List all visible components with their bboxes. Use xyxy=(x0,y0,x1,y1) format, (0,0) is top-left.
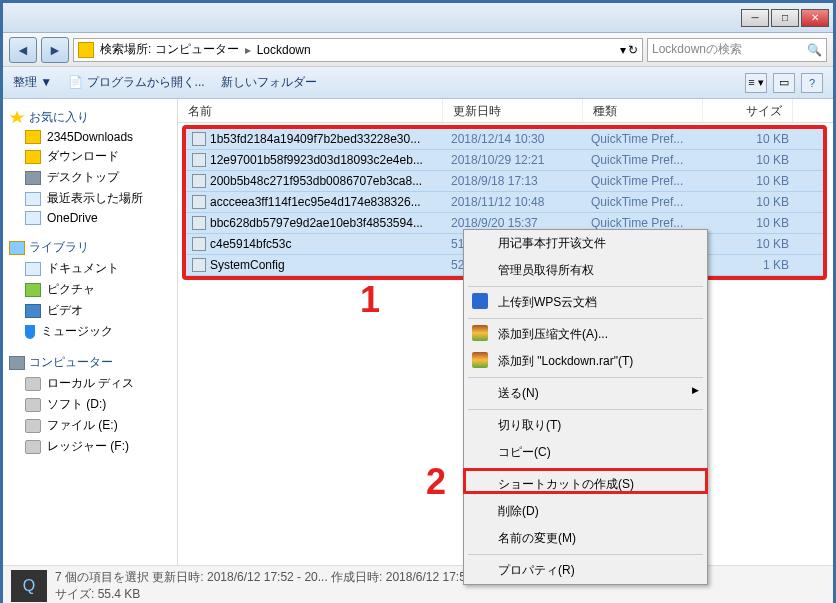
file-row[interactable]: 200b5b48c271f953db0086707eb3ca8...2018/9… xyxy=(186,171,823,192)
annotation-1: 1 xyxy=(360,279,380,321)
ctx-rename[interactable]: 名前の変更(M) xyxy=(464,525,707,552)
file-list-pane: 名前 更新日時 種類 サイズ 1b53fd2184a19409f7b2bed33… xyxy=(178,99,833,565)
wps-icon xyxy=(472,293,488,309)
rar-icon xyxy=(472,352,488,368)
preview-thumbnail: Q xyxy=(11,570,47,602)
col-name[interactable]: 名前 xyxy=(178,99,443,122)
status-line2: サイズ: 55.4 KB xyxy=(55,586,577,603)
ctx-add-lockdown-rar[interactable]: 添加到 "Lockdown.rar"(T) xyxy=(464,348,707,375)
search-input[interactable]: Lockdownの検索 🔍 xyxy=(647,38,827,62)
file-icon xyxy=(192,195,206,209)
col-type[interactable]: 種類 xyxy=(583,99,703,122)
file-icon xyxy=(192,132,206,146)
sidebar-item-downloads[interactable]: ダウンロード xyxy=(7,146,173,167)
file-row[interactable]: 12e97001b58f9923d03d18093c2e4eb...2018/1… xyxy=(186,150,823,171)
open-with-button[interactable]: 📄 プログラムから開く... xyxy=(68,74,204,91)
ctx-copy[interactable]: コピー(C) xyxy=(464,439,707,466)
breadcrumb-root[interactable]: 検索場所: コンピューター xyxy=(98,41,241,58)
sidebar-libraries-header[interactable]: ライブラリ xyxy=(7,237,173,258)
chevron-right-icon: ▸ xyxy=(245,43,251,57)
sidebar-item-music[interactable]: ミュージック xyxy=(7,321,173,342)
sidebar-item-videos[interactable]: ビデオ xyxy=(7,300,173,321)
refresh-icon[interactable]: ↻ xyxy=(628,43,638,57)
search-placeholder: Lockdownの検索 xyxy=(652,41,742,58)
forward-button[interactable]: ► xyxy=(41,37,69,63)
maximize-button[interactable]: □ xyxy=(771,9,799,27)
ctx-create-shortcut[interactable]: ショートカットの作成(S) xyxy=(464,471,707,498)
folder-icon xyxy=(78,42,94,58)
ctx-cut[interactable]: 切り取り(T) xyxy=(464,412,707,439)
ctx-properties[interactable]: プロパティ(R) xyxy=(464,557,707,584)
column-headers: 名前 更新日時 種類 サイズ xyxy=(178,99,833,123)
minimize-button[interactable]: ─ xyxy=(741,9,769,27)
sidebar-computer-header[interactable]: コンピューター xyxy=(7,352,173,373)
file-icon xyxy=(192,174,206,188)
context-menu: 用记事本打开该文件 管理员取得所有权 上传到WPS云文档 添加到压缩文件(A).… xyxy=(463,229,708,585)
back-button[interactable]: ◄ xyxy=(9,37,37,63)
sidebar-item-onedrive[interactable]: OneDrive xyxy=(7,209,173,227)
file-icon xyxy=(192,237,206,251)
sidebar-item-recent[interactable]: 最近表示した場所 xyxy=(7,188,173,209)
ctx-add-archive[interactable]: 添加到压缩文件(A)... xyxy=(464,321,707,348)
sidebar-item-drive-e[interactable]: ファイル (E:) xyxy=(7,415,173,436)
close-button[interactable]: ✕ xyxy=(801,9,829,27)
sidebar-item-pictures[interactable]: ピクチャ xyxy=(7,279,173,300)
sidebar-item-documents[interactable]: ドキュメント xyxy=(7,258,173,279)
dropdown-icon[interactable]: ▾ xyxy=(620,43,626,57)
search-icon: 🔍 xyxy=(807,43,822,57)
sidebar-item-drive-d[interactable]: ソフト (D:) xyxy=(7,394,173,415)
file-icon xyxy=(192,216,206,230)
breadcrumb-folder[interactable]: Lockdown xyxy=(255,43,313,57)
ctx-send-to[interactable]: 送る(N) xyxy=(464,380,707,407)
new-folder-button[interactable]: 新しいフォルダー xyxy=(221,74,317,91)
sidebar-item-drive-f[interactable]: レッジャー (F:) xyxy=(7,436,173,457)
annotation-2: 2 xyxy=(426,461,446,503)
ctx-upload-wps[interactable]: 上传到WPS云文档 xyxy=(464,289,707,316)
col-date[interactable]: 更新日時 xyxy=(443,99,583,122)
sidebar: お気に入り 2345Downloads ダウンロード デスクトップ 最近表示した… xyxy=(3,99,178,565)
explorer-window: ─ □ ✕ ◄ ► 検索場所: コンピューター ▸ Lockdown ▾ ↻ L… xyxy=(0,0,836,603)
sidebar-item-desktop[interactable]: デスクトップ xyxy=(7,167,173,188)
organize-menu[interactable]: 整理 ▼ xyxy=(13,74,52,91)
status-bar: Q 7 個の項目を選択 更新日時: 2018/6/12 17:52 - 20..… xyxy=(3,565,833,603)
help-button[interactable]: ? xyxy=(801,73,823,93)
sidebar-item-2345downloads[interactable]: 2345Downloads xyxy=(7,128,173,146)
rar-icon xyxy=(472,325,488,341)
address-bar[interactable]: 検索場所: コンピューター ▸ Lockdown ▾ ↻ xyxy=(73,38,643,62)
titlebar[interactable]: ─ □ ✕ xyxy=(3,3,833,33)
ctx-admin-ownership[interactable]: 管理员取得所有权 xyxy=(464,257,707,284)
sidebar-item-local-disk[interactable]: ローカル ディス xyxy=(7,373,173,394)
file-icon xyxy=(192,258,206,272)
sidebar-favorites-header[interactable]: お気に入り xyxy=(7,107,173,128)
nav-bar: ◄ ► 検索場所: コンピューター ▸ Lockdown ▾ ↻ Lockdow… xyxy=(3,33,833,67)
toolbar: 整理 ▼ 📄 プログラムから開く... 新しいフォルダー ≡ ▾ ▭ ? xyxy=(3,67,833,99)
ctx-open-notepad[interactable]: 用记事本打开该文件 xyxy=(464,230,707,257)
file-row[interactable]: accceea3ff114f1ec95e4d174e838326...2018/… xyxy=(186,192,823,213)
file-icon xyxy=(192,153,206,167)
view-options-button[interactable]: ≡ ▾ xyxy=(745,73,767,93)
col-size[interactable]: サイズ xyxy=(703,99,793,122)
ctx-delete[interactable]: 削除(D) xyxy=(464,498,707,525)
file-row[interactable]: 1b53fd2184a19409f7b2bed33228e30...2018/1… xyxy=(186,129,823,150)
preview-pane-button[interactable]: ▭ xyxy=(773,73,795,93)
